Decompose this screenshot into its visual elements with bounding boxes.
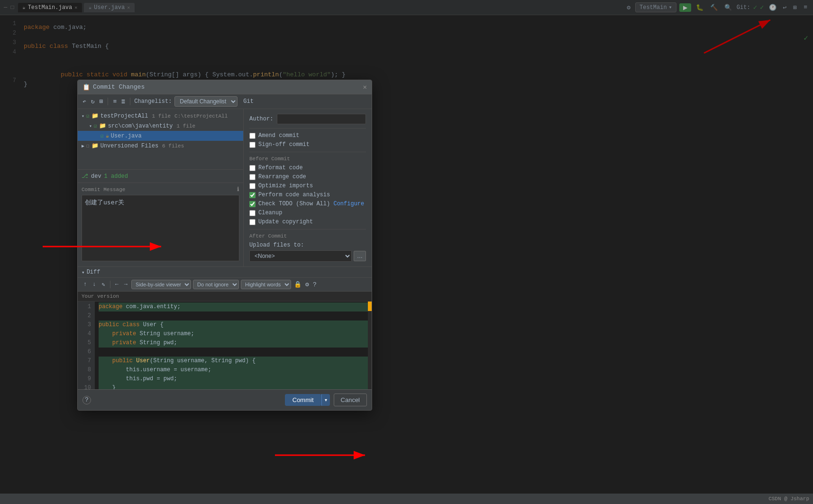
signoff-commit-checkbox[interactable]	[249, 142, 256, 148]
cleanup-row[interactable]: Cleanup	[249, 210, 366, 216]
toolbar-icon-sort[interactable]: ≡	[112, 97, 118, 106]
dialog-title-text: Commit Changes	[93, 83, 145, 91]
diff-scrollbar[interactable]	[368, 302, 372, 389]
copyright-checkbox[interactable]	[249, 219, 256, 225]
upload-select[interactable]: <None>	[249, 250, 352, 262]
branch-name: dev	[91, 173, 101, 180]
cleanup-checkbox[interactable]	[249, 210, 256, 216]
perform-row[interactable]: Perform code analysis	[249, 192, 366, 198]
tree-item-unversioned[interactable]: ▶ ☐ 📁 Unversioned Files 6 files	[78, 141, 243, 151]
after-commit-title: After Commit	[249, 233, 366, 239]
diff-line-2	[99, 312, 368, 321]
toolbar-icon-filter[interactable]: ≣	[120, 97, 126, 106]
divider-2	[249, 152, 366, 152]
amend-commit-checkbox[interactable]	[249, 133, 256, 139]
check-icon: ☑	[86, 113, 90, 119]
optimize-label: Optimize imports	[258, 183, 313, 189]
changelist-label: Changelist:	[134, 98, 172, 105]
diff-line-5: private String pwd;	[99, 339, 368, 348]
tree-item-testprojectall[interactable]: ▾ ☑ 📁 testProjectAll 1 file C:\testProje…	[78, 111, 243, 121]
diff-highlight-select[interactable]: Highlight words	[241, 280, 291, 289]
author-input[interactable]	[277, 114, 366, 124]
cancel-button[interactable]: Cancel	[334, 394, 367, 406]
git-tab[interactable]: Git	[240, 97, 256, 106]
reformat-checkbox[interactable]	[249, 165, 256, 171]
diff-line-7: public User(String username, String pwd)…	[99, 357, 368, 366]
question-icon: ?	[85, 396, 89, 403]
reformat-row[interactable]: Reformat code	[249, 165, 366, 171]
separator-3	[110, 281, 110, 288]
dialog-toolbar: ↶ ↻ ⊞ ≡ ≣ Changelist: Default Changelist…	[78, 94, 372, 109]
tree-item-userjava[interactable]: ☑ ☕ User.java	[78, 131, 243, 141]
toolbar-icon-back[interactable]: ↶	[82, 97, 87, 106]
tree-item-entity-label: src\com\java\entity	[108, 123, 173, 129]
diff-ignore-select[interactable]: Do not ignore	[193, 280, 239, 289]
tree-item-entity[interactable]: ▾ ☑ 📁 src\com\java\entity 1 file	[78, 121, 243, 131]
rearrange-checkbox[interactable]	[249, 174, 256, 180]
folder-icon: 📁	[91, 112, 99, 119]
signoff-commit-row[interactable]: Sign-off commit	[249, 141, 366, 148]
diff-line-4: private String username;	[99, 330, 368, 339]
diff-scrollbar-thumb	[368, 302, 372, 311]
folder-icon-3: 📁	[91, 142, 99, 149]
commit-button-group: Commit ▾	[285, 394, 330, 406]
help-button[interactable]: ?	[82, 396, 91, 404]
path-text: C:\testProjectAll	[174, 113, 228, 119]
tree-item-unversioned-label: Unversioned Files	[100, 143, 158, 149]
diff-section: ▾ Diff ↑ ↓ ✎ ← → Side-by-side viewer Do …	[78, 266, 372, 389]
diff-line-6	[99, 348, 368, 357]
diff-viewer-select[interactable]: Side-by-side viewer	[131, 280, 191, 289]
diff-up-icon[interactable]: ↑	[82, 280, 89, 289]
chevron-down-icon: ▾	[82, 113, 84, 119]
toolbar-icon-refresh[interactable]: ↻	[90, 97, 96, 106]
diff-version-label: Your version	[78, 292, 372, 302]
count-badge: 1 file	[152, 113, 171, 119]
changelist-select[interactable]: Default Changelist	[174, 96, 238, 107]
lock-icon[interactable]: 🔒	[293, 280, 302, 289]
rearrange-row[interactable]: Rearrange code	[249, 174, 366, 180]
toolbar-icon-expand[interactable]: ⊞	[99, 97, 104, 106]
check-empty-icon: ☐	[86, 143, 90, 149]
check-icon-3: ☑	[100, 133, 104, 139]
settings-icon[interactable]: ⚙	[304, 280, 310, 289]
optimize-row[interactable]: Optimize imports	[249, 183, 366, 189]
action-left: ?	[82, 396, 91, 404]
optimize-checkbox[interactable]	[249, 183, 256, 189]
configure-link[interactable]: Configure	[333, 201, 364, 207]
todo-row[interactable]: Check TODO (Show All) Configure	[249, 201, 366, 207]
commit-message-input[interactable]: 创建了user关	[82, 195, 239, 261]
dialog-title-icon: 📋	[82, 83, 90, 91]
diff-edit-icon[interactable]: ✎	[100, 280, 107, 289]
copyright-row[interactable]: Update copyright	[249, 219, 366, 225]
count-badge-3: 6 files	[162, 143, 184, 149]
diff-line-10: }	[99, 384, 368, 389]
diff-header: ▾ Diff	[78, 267, 372, 278]
commit-button[interactable]: Commit	[285, 394, 321, 406]
upload-row: <None> …	[249, 250, 366, 262]
amend-commit-row[interactable]: Amend commit	[249, 132, 366, 139]
tree-item-userjava-label: User.java	[111, 133, 142, 139]
help-icon-diff[interactable]: ?	[312, 280, 318, 289]
diff-toggle-button[interactable]: ▾	[82, 269, 85, 275]
diff-left-icon[interactable]: ←	[113, 280, 120, 289]
copyright-label: Update copyright	[258, 219, 313, 225]
upload-label: Upload files to:	[249, 242, 366, 248]
todo-checkbox[interactable]	[249, 201, 256, 207]
diff-content: 1 2 3 4 5 6 7 8 9 10 11 package com.java…	[78, 302, 372, 389]
diff-right-icon[interactable]: →	[122, 280, 129, 289]
diff-line-1: package com.java.entity;	[99, 302, 368, 312]
file-panel: ▾ ☑ 📁 testProjectAll 1 file C:\testProje…	[78, 109, 244, 266]
upload-browse-button[interactable]: …	[354, 251, 366, 261]
tree-item-label: testProjectAll	[100, 113, 148, 119]
commit-msg-info-icon: ℹ	[237, 186, 239, 193]
divider-1	[249, 128, 366, 128]
file-icon-userjava: ☕	[106, 132, 109, 139]
diff-line-9: this.pwd = pwd;	[99, 375, 368, 384]
dialog-close-button[interactable]: ✕	[363, 83, 367, 91]
commit-msg-label-text: Commit Message	[82, 187, 125, 192]
commit-dropdown-button[interactable]: ▾	[321, 394, 330, 406]
perform-checkbox[interactable]	[249, 192, 256, 198]
diff-down-icon[interactable]: ↓	[91, 280, 98, 289]
code-line-numbers: 1 2 3 4 5 6 7 8 9 10 11	[78, 302, 95, 389]
commit-msg-area: Commit Message ℹ 创建了user关	[78, 183, 243, 266]
